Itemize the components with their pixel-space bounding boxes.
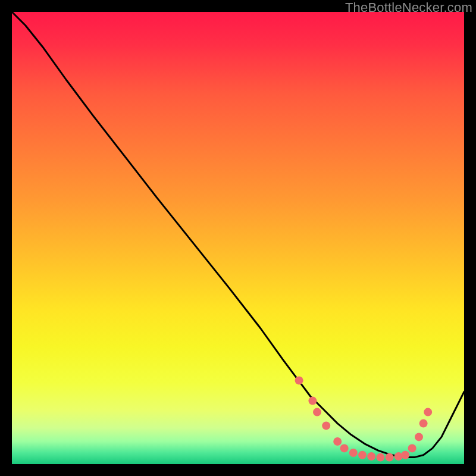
marker-dot — [408, 444, 416, 452]
marker-dot — [322, 421, 330, 430]
marker-dot — [340, 444, 349, 452]
watermark-text: TheBottleNecker.com — [345, 0, 472, 15]
gradient-background — [12, 12, 464, 464]
marker-dot — [424, 408, 432, 416]
marker-dot — [415, 433, 423, 441]
marker-dot — [295, 376, 303, 384]
marker-dot — [419, 419, 428, 428]
marker-dot — [358, 451, 367, 459]
marker-dot — [376, 453, 384, 462]
marker-dot — [308, 397, 317, 405]
marker-dot — [313, 408, 321, 416]
marker-dot — [349, 449, 358, 457]
marker-dot — [386, 453, 394, 462]
marker-dot — [367, 452, 375, 461]
marker-dot — [333, 437, 342, 446]
chart-svg — [12, 12, 464, 464]
marker-dot — [401, 451, 409, 459]
